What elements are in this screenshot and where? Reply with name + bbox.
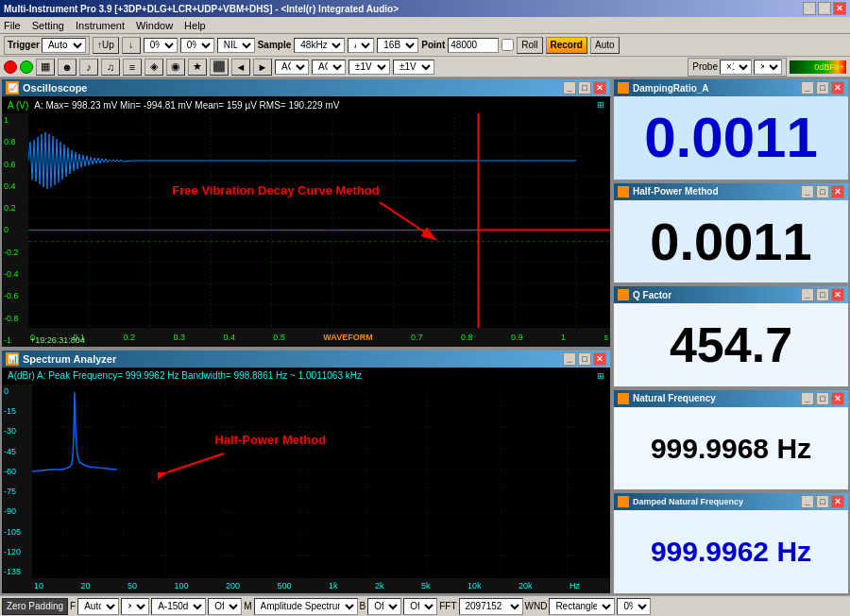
bit-select[interactable]: 16Bit — [377, 38, 418, 53]
damped-freq-close[interactable]: ✕ — [831, 495, 844, 508]
damping-maximize[interactable]: □ — [816, 81, 829, 94]
menu-window[interactable]: Window — [136, 20, 173, 31]
down-btn[interactable]: ↓ — [122, 37, 141, 54]
pm1v-select1[interactable]: ±1V — [348, 60, 390, 75]
level-meter-text: 0dBFo+ — [814, 62, 844, 72]
pct-select-bottom[interactable]: 0% — [617, 598, 651, 615]
amp-spectrum-select[interactable]: Amplitude Spectrum — [254, 598, 358, 615]
m-label: M — [244, 601, 251, 611]
natural-freq-maximize[interactable]: □ — [816, 392, 829, 405]
record-btn[interactable]: Record — [546, 37, 587, 54]
q-factor-panel: Q Factor _ □ ✕ 454.7 — [612, 284, 850, 388]
fft-select[interactable]: 2097152 — [459, 598, 523, 615]
probe-select[interactable]: ×1 — [720, 60, 752, 75]
toolbar-icon-11[interactable]: ► — [253, 59, 272, 76]
title-bar-buttons: _ □ ✕ — [803, 2, 846, 15]
oscilloscope-panel: 📈 Oscilloscope _ □ ✕ A (V) A: Max= 998.2… — [0, 77, 612, 349]
f-select[interactable]: Auto — [77, 598, 119, 615]
sample-label: Sample — [258, 40, 292, 50]
roll-checkbox[interactable] — [502, 39, 514, 51]
spectrum-bottom-bar: Zero Padding Resolution: 0.0228882Hz NOR… — [2, 593, 610, 595]
point-label: Point — [421, 40, 445, 50]
toolbar-icon-5[interactable]: ≡ — [123, 59, 142, 76]
damped-freq-icon — [618, 496, 629, 507]
fft-label: FFT — [439, 601, 456, 611]
ac-select1[interactable]: AC — [275, 60, 309, 75]
point-input[interactable] — [448, 38, 499, 53]
toolbar-icon-4[interactable]: ♫ — [101, 59, 120, 76]
close-btn[interactable]: ✕ — [833, 2, 846, 15]
natural-freq-icon — [618, 393, 629, 404]
half-power-minimize[interactable]: _ — [801, 185, 814, 198]
menu-setting[interactable]: Setting — [32, 20, 64, 31]
spectrum-maximize[interactable]: □ — [578, 352, 591, 366]
menu-help[interactable]: Help — [184, 20, 206, 31]
toolbar-icon-2[interactable]: ☻ — [58, 59, 76, 76]
q-factor-minimize[interactable]: _ — [801, 288, 814, 301]
ch-select[interactable]: A — [348, 38, 374, 53]
adb-select[interactable]: A-150dB — [151, 598, 206, 615]
maximize-btn[interactable]: □ — [818, 2, 831, 15]
menu-file[interactable]: File — [4, 20, 21, 31]
ac-select2[interactable]: AC — [312, 60, 346, 75]
damped-freq-maximize[interactable]: □ — [816, 495, 829, 508]
spectrum-chart[interactable]: 0 -15 -30 -45 -60 -75 -90 -105 -120 -135 — [2, 385, 610, 578]
q-factor-close[interactable]: ✕ — [831, 288, 844, 301]
nil-select[interactable]: NIL — [217, 38, 255, 53]
q-factor-title: Q Factor — [633, 290, 672, 300]
wnd-select[interactable]: Rectangle — [549, 598, 615, 615]
menu-instrument[interactable]: Instrument — [76, 20, 125, 31]
spectrum-panel: 📊 Spectrum Analyzer _ □ ✕ A(dBr) A: Peak… — [0, 349, 612, 595]
half-power-maximize[interactable]: □ — [816, 185, 829, 198]
toolbar-icon-7[interactable]: ◉ — [166, 59, 185, 76]
natural-freq-minimize[interactable]: _ — [801, 392, 814, 405]
off-select1[interactable]: Off — [208, 598, 242, 615]
toolbar-icon-6[interactable]: ◈ — [144, 59, 163, 76]
spectrum-x-axis: 10 20 50 100 200 500 1k 2k 5k 10k 20k Hz — [2, 578, 610, 593]
q-factor-maximize[interactable]: □ — [816, 288, 829, 301]
osc-minimize[interactable]: _ — [563, 81, 576, 94]
x1-select-bottom[interactable]: ×1 — [121, 598, 149, 615]
trigger-select[interactable]: Auto — [42, 38, 86, 53]
off-select2[interactable]: Off — [367, 598, 401, 615]
toolbar-icon-1[interactable]: ▦ — [36, 59, 55, 76]
spectrum-close[interactable]: ✕ — [593, 352, 606, 366]
green-indicator — [20, 60, 33, 74]
x1-select[interactable]: ×1 — [754, 60, 782, 75]
osc-y-08: 0.8 — [4, 137, 26, 146]
osc-chart[interactable]: 1 0.8 0.6 0.4 0.2 0 -0.2 -0.4 -0.6 -0.8 … — [2, 113, 610, 347]
damping-minimize[interactable]: _ — [801, 81, 814, 94]
osc-maximize[interactable]: □ — [578, 81, 591, 94]
damping-close[interactable]: ✕ — [831, 81, 844, 94]
zero-padding-btn[interactable]: Zero Padding — [2, 598, 68, 615]
minimize-btn[interactable]: _ — [803, 2, 816, 15]
damped-freq-minimize[interactable]: _ — [801, 495, 814, 508]
trigger-group: Trigger Auto — [4, 36, 90, 55]
spectrum-title-bar: 📊 Spectrum Analyzer _ □ ✕ — [2, 351, 610, 368]
spectrum-icon: 📊 — [6, 352, 19, 366]
sample-select[interactable]: 48kHz — [294, 38, 345, 53]
pct-select1[interactable]: 0% — [144, 38, 178, 53]
natural-freq-close[interactable]: ✕ — [831, 392, 844, 405]
toolbar-icon-8[interactable]: ★ — [188, 59, 207, 76]
title-bar: Multi-Instrument Pro 3.9 [+3DP+DLG+LCR+U… — [0, 0, 850, 17]
half-power-panel: Half-Power Method _ □ ✕ 0.0011 — [612, 181, 850, 285]
toolbar-row1: Trigger Auto ↑Up ↓ 0% 0% NIL Sample 48kH… — [0, 34, 850, 57]
up-btn[interactable]: ↑Up — [93, 37, 119, 54]
osc-svg — [28, 113, 612, 347]
toolbar-icon-3[interactable]: ♪ — [79, 59, 98, 76]
toolbar-icon-9[interactable]: ⬛ — [210, 59, 229, 76]
pm1v-select2[interactable]: ±1V — [393, 60, 434, 75]
roll-btn[interactable]: Roll — [517, 37, 542, 54]
half-power-close[interactable]: ✕ — [831, 185, 844, 198]
spectrum-minimize[interactable]: _ — [563, 352, 576, 366]
osc-timestamp: +19:26:31:804 — [30, 334, 85, 345]
red-indicator — [4, 60, 17, 74]
osc-close[interactable]: ✕ — [593, 81, 606, 94]
off-select3[interactable]: Off — [403, 598, 437, 615]
auto-btn[interactable]: Auto — [590, 37, 620, 54]
toolbar-icon-10[interactable]: ◄ — [231, 59, 250, 76]
osc-y-0: 0 — [4, 225, 26, 234]
damped-natural-freq-value: 999.9962 Hz — [614, 510, 848, 593]
pct-select2[interactable]: 0% — [180, 38, 214, 53]
